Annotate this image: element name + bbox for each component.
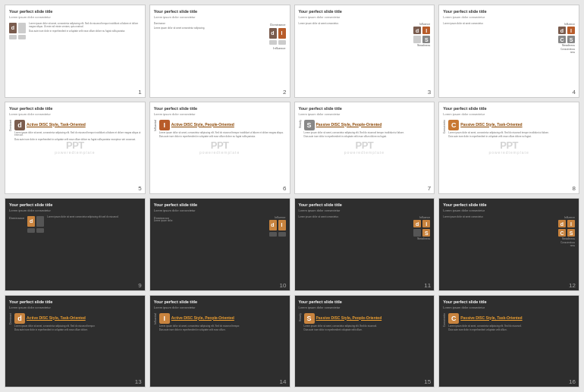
slide-9-label-d: Dominance — [9, 216, 24, 220]
slide-7-sidelabel: Steady — [299, 120, 302, 128]
slide-6-disc-letter: I — [159, 120, 170, 130]
slide-10-title: Your perfect slide title — [154, 202, 286, 207]
slide-9[interactable]: Your perfect slide title Lorem ipsum dol… — [5, 198, 146, 291]
slide-4-subtitle: Lorem ipsum dolor consectetur — [443, 15, 575, 19]
disc-2-d: d — [269, 28, 277, 39]
slide-7-title: Your perfect slide title — [299, 106, 431, 111]
disc-10-d: d — [269, 220, 277, 230]
slide-7-subtitle: Lorem ipsum dolor consectetur — [299, 112, 431, 116]
slide-grid: Your perfect slide title Lorem ipsum dol… — [5, 5, 579, 387]
disc-3-s: S — [422, 36, 430, 43]
slide-14-text: Lorem ipsum dolor sit amet, consectetur … — [159, 325, 240, 328]
slide-12-label-s: Steadiness — [562, 237, 575, 240]
slide-12[interactable]: Your perfect slide title Lorem ipsum dol… — [438, 198, 579, 291]
slide-9-text: Lorem ipsum dolor sit amet consectetur a… — [47, 216, 141, 219]
slide-8-disc-letter: C — [448, 120, 459, 130]
slide-16-text2: Duis aute irure dolor in reprehenderit v… — [448, 329, 507, 332]
disc-d: d — [9, 23, 17, 33]
slide-15-number: 15 — [424, 378, 431, 385]
slide-6-text: Lorem ipsum dolor sit amet, consectetur … — [159, 132, 284, 135]
disc-4-c: C — [558, 36, 566, 43]
slide-16[interactable]: Your perfect slide title Lorem ipsum dol… — [438, 295, 579, 388]
disc-11-i: I — [422, 220, 430, 227]
slide-6[interactable]: Your perfect slide title Lorem ipsum dol… — [149, 102, 290, 195]
disc-11-d: d — [413, 220, 421, 227]
disc-3-i: I — [422, 27, 430, 34]
slide-5-number: 5 — [138, 185, 141, 192]
slide-4-number: 4 — [573, 89, 576, 96]
slide-14-text2: Duis aute irure dolor in reprehenderit i… — [159, 329, 226, 332]
disc-9-e3 — [36, 228, 44, 234]
slide-5-heading: Active DISC Style, Task-Oriented — [27, 122, 86, 127]
slide-10-text: Lorem ipsum dolor. — [154, 220, 268, 223]
slide-7-text: Lorem ipsum dolor sit amet, consectetur … — [304, 132, 405, 135]
disc-2-i: I — [278, 28, 286, 39]
slide-4[interactable]: Your perfect slide title Lorem ipsum dol… — [438, 5, 579, 98]
disc-3-d: d — [413, 27, 421, 34]
slide-11-label-s: Steadiness — [417, 237, 430, 240]
slide-8[interactable]: Your perfect slide title Lorem ipsum dol… — [438, 102, 579, 195]
slide-6-sidelabel: Influential — [154, 120, 157, 131]
disc-10-e1 — [269, 232, 277, 237]
slide-2[interactable]: Your perfect slide title Lorem ipsum dol… — [149, 5, 290, 98]
slide-5-title: Your perfect slide title — [9, 106, 141, 111]
slide-1[interactable]: Your perfect slide title Lorem ipsum dol… — [5, 5, 146, 98]
slide-10-number: 10 — [280, 282, 287, 289]
slide-11[interactable]: Your perfect slide title Lorem ipsum dol… — [294, 198, 435, 291]
disc-10-e2 — [278, 232, 286, 237]
slide-15-title: Your perfect slide title — [299, 299, 431, 304]
slide-12-text: Lorem ipsum dolor sit amet consectetur. — [443, 216, 557, 219]
disc-9-d: d — [27, 216, 35, 227]
slide-13-disc-letter: d — [14, 313, 25, 324]
slide-8-heading: Passive DISC Style, Task-Oriented — [460, 122, 522, 127]
slide-1-title: Your perfect slide title — [9, 9, 141, 14]
slide-12-title: Your perfect slide title — [443, 202, 575, 207]
slide-5-disc-letter: d — [14, 120, 25, 130]
slide-3-text: Lorem ipsum dolor sit amet consectetur. — [299, 23, 413, 26]
disc-10-i: I — [278, 220, 286, 230]
slide-10[interactable]: Your perfect slide title Lorem ipsum dol… — [149, 198, 290, 291]
slide-1-subtitle: Lorem ipsum dolor consectetur — [9, 15, 141, 19]
slide-8-text: Lorem ipsum dolor sit amet, consectetur … — [448, 132, 549, 135]
slide-3[interactable]: Your perfect slide title Lorem ipsum dol… — [294, 5, 435, 98]
slide-11-text: Lorem ipsum dolor sit amet consectetur. — [299, 216, 413, 219]
slide-3-subtitle: Lorem ipsum dolor consectetur — [299, 15, 431, 19]
slide-11-title: Your perfect slide title — [299, 202, 431, 207]
slide-2-title: Your perfect slide title — [154, 9, 286, 14]
slide-16-number: 16 — [569, 378, 576, 385]
slide-8-title: Your perfect slide title — [443, 106, 575, 111]
slide-10-label-i: Influence — [275, 216, 285, 219]
slide-15-disc-letter: S — [304, 313, 315, 324]
slide-11-number: 11 — [424, 282, 431, 289]
slide-13-sidelabel: Dominant — [9, 313, 12, 325]
slide-16-heading: Passive DISC Style, Task-Oriented — [460, 315, 522, 320]
slide-4-label-s: Steadiness — [562, 44, 575, 47]
slide-9-number: 9 — [138, 282, 141, 289]
disc-11-e1 — [413, 229, 421, 237]
slide-5[interactable]: Your perfect slide title Lorem ipsum dol… — [5, 102, 146, 195]
slide-13[interactable]: Your perfect slide title Lorem ipsum dol… — [5, 295, 146, 388]
slide-13-text2: Duis aute irure dolor in reprehenderit i… — [14, 329, 88, 332]
slide-14[interactable]: Your perfect slide title Lorem ipsum dol… — [149, 295, 290, 388]
disc-12-s: S — [567, 229, 575, 237]
slide-16-disc-letter: C — [448, 313, 459, 324]
disc-2-e2 — [278, 40, 286, 45]
slide-5-sidelabel: Dominant — [9, 120, 12, 131]
slide-8-sidelabel: Conscientio — [443, 120, 446, 133]
slide-14-sidelabel: Influential — [154, 313, 157, 325]
slide-15[interactable]: Your perfect slide title Lorem ipsum dol… — [294, 295, 435, 388]
slide-1-number: 1 — [138, 89, 141, 96]
disc-4-s: S — [567, 36, 575, 43]
slide-7[interactable]: Your perfect slide title Lorem ipsum dol… — [294, 102, 435, 195]
disc-11-s: S — [422, 229, 430, 237]
slide-5-text2: Duis aute irure dolor in reprehenderit i… — [14, 139, 136, 142]
disc-empty2 — [9, 35, 17, 40]
slide-7-number: 7 — [428, 185, 431, 192]
slide-5-text: Lorem ipsum dolor sit amet, consectetur … — [14, 132, 141, 138]
disc-9-e2 — [27, 228, 35, 234]
slide-16-text: Lorem ipsum dolor sit amet, consectetur … — [448, 325, 521, 328]
slide-2-text2: Lorem ipsum dolor sit amet consectetur a… — [154, 27, 268, 30]
slide-2-number: 2 — [283, 89, 286, 96]
slide-2-label-d: Dominance — [270, 23, 285, 27]
slide-8-text2: Duis aute irure dolor in reprehenderit i… — [448, 136, 531, 139]
